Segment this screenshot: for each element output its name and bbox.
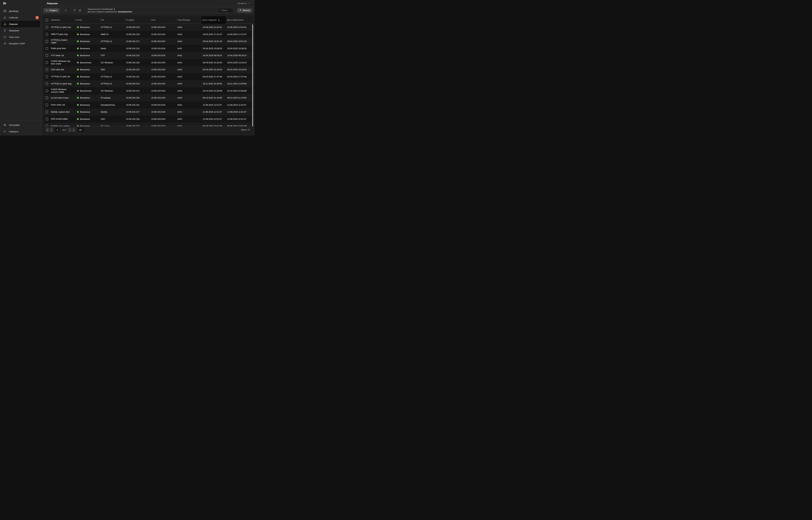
created-date: 24.10.2024 10:28:06 (201, 89, 226, 92)
column-header-network[interactable]: Сеть (150, 16, 176, 24)
created-date: 29.04.2025 16:51:33 (201, 40, 226, 43)
column-header-ip[interactable]: IP-адрес (125, 16, 150, 24)
profile-menu[interactable]: Профиль (237, 2, 250, 5)
search-box[interactable] (217, 8, 233, 12)
table-row[interactable]: SSH orchid rabbitВключенаSSH10.99.103.22… (44, 115, 254, 123)
column-label: Название (51, 19, 60, 21)
column-header-created[interactable]: Дата создания (201, 16, 226, 24)
row-checkbox[interactable] (46, 125, 48, 126)
sidebar-item-deceptive-ldap[interactable]: Deceptive LDAP (1, 40, 40, 47)
create-button[interactable]: Создать (43, 8, 59, 12)
vertical-scrollbar[interactable] (252, 24, 253, 126)
trap-ip: 10.99.103.245 (125, 97, 150, 99)
status-dot-icon (77, 41, 79, 42)
updated-date: 25.04.2025 15:08:35 (226, 47, 254, 50)
table-row[interactable]: Redis grey bearВключенаRedis10.99.103.21… (44, 45, 254, 52)
updated-date: 14.04.2025 09:29:10 (226, 54, 254, 57)
first-page-button[interactable]: « (46, 128, 49, 132)
row-checkbox[interactable] (46, 26, 48, 29)
sidebar-item-дашборд[interactable]: Дашборд (1, 8, 40, 14)
row-checkbox[interactable] (46, 89, 48, 92)
column-header-name[interactable]: Название (50, 16, 74, 24)
trap-network: 10.99.103.0/24 (150, 47, 176, 50)
row-checkbox[interactable] (46, 33, 48, 36)
row-checkbox[interactable] (46, 68, 48, 71)
arrow-left-icon (3, 130, 6, 133)
row-checkbox[interactable] (46, 97, 48, 99)
column-header-status[interactable]: Статус (74, 16, 99, 24)
table-row[interactable]: FullOS Windows maroon rabbitВыключенаОС … (44, 87, 254, 95)
status-label: Включена (80, 40, 90, 43)
table-row[interactable]: SMB FS grey dogВключенаSMB FS10.99.103.2… (44, 31, 254, 38)
sidebar-item-узлы-сети[interactable]: Узлы сети (1, 34, 40, 40)
column-header-type[interactable]: Тип (99, 16, 125, 24)
table-row[interactable]: Ports silver catВключенаDeceptivePorts10… (44, 101, 254, 109)
trap-manager: tm01 (176, 40, 201, 43)
select-all-checkbox[interactable] (46, 19, 48, 21)
table-row[interactable]: HTTP(S) v2 pink cowВключенаHTTP(S) v210.… (44, 24, 254, 31)
trap-manager: tm01 (176, 104, 201, 106)
row-checkbox[interactable] (46, 82, 48, 85)
trap-network: 10.99.103.0/24 (150, 33, 176, 35)
trap-type: DeceptivePorts (99, 104, 125, 106)
row-checkbox[interactable] (46, 104, 48, 106)
column-header-tm[interactable]: Trap Manager (176, 16, 201, 24)
row-checkbox[interactable] (46, 40, 48, 43)
status-label: Выключена (80, 61, 91, 64)
table-row[interactable]: FullOS Linux yellowВключенаОС Linux10.99… (44, 123, 254, 126)
row-checkbox[interactable] (46, 61, 48, 64)
trap-network: 10.99.103.0/24 (150, 104, 176, 106)
sidebar-item-label: События (9, 17, 18, 19)
brand-logo: R· (0, 0, 41, 7)
updated-date: 09.10.2024 11:14:59 (226, 97, 254, 99)
prev-page-button[interactable]: ‹ (50, 128, 53, 132)
trap-type: SMB FS (99, 33, 125, 35)
row-checkbox[interactable] (46, 54, 48, 57)
deploy-host-button[interactable] (78, 9, 81, 12)
trap-name: HTTP(S) v2 pink cow (50, 26, 74, 29)
column-header-updated[interactable]: Дата обновления (226, 16, 254, 24)
trap-network: 10.99.103.0/24 (150, 26, 176, 28)
assign-user-button[interactable] (73, 9, 76, 12)
table-row[interactable]: SSH olive fishВключенаSSH10.99.103.21510… (44, 66, 254, 73)
status-label: Включена (80, 125, 90, 126)
alert-triangle-icon (3, 16, 6, 19)
sidebar-item-ловушки[interactable]: Ловушки (1, 21, 40, 27)
toolbar-separator (61, 8, 61, 12)
dashboard-icon (3, 9, 6, 12)
status-label: Включена (80, 26, 90, 28)
next-page-button[interactable]: › (68, 128, 72, 132)
delete-button[interactable] (64, 9, 68, 12)
trap-type: HTTP(S) v2 (99, 76, 125, 78)
events-count-badge: 1 (35, 16, 39, 19)
trap-manager: tm01 (176, 61, 201, 64)
table-row[interactable]: MySQL salmon birdВключенаMySQL10.99.103.… (44, 108, 254, 115)
page-number-input[interactable] (55, 127, 60, 133)
sidebar-item-события[interactable]: События1 (1, 14, 40, 21)
trap-manager-count: 1 (114, 8, 115, 10)
page-size-select[interactable]: 20 (77, 127, 85, 133)
table-row[interactable]: HTTP(S) v2 pink catВключенаHTTP(S) v210.… (44, 73, 254, 80)
table-row[interactable]: Ip Cam blue insectВключенаIP-камера10.99… (44, 94, 254, 101)
table-row[interactable]: HTTP(S) v2 plum dogВключенаHTTP(S) v210.… (44, 80, 254, 87)
table-row[interactable]: FTP white catВключенаFTP10.99.103.21010.… (44, 52, 254, 59)
filter-button[interactable]: Фильтр (237, 8, 252, 12)
hook-icon (3, 22, 6, 26)
app-window: R· ДашбордСобытия1ЛовушкиПриманкиУзлы се… (0, 0, 255, 135)
search-input[interactable] (221, 9, 232, 12)
row-checkbox[interactable] (46, 47, 48, 50)
table-row[interactable]: HTTP(S) v2 plum rabbitВключенаHTTP(S) v2… (44, 38, 254, 45)
created-date: 14.04.2025 09:29:10 (201, 54, 226, 57)
trap-ip: 10.99.103.215 (125, 68, 150, 71)
row-checkbox[interactable] (46, 75, 48, 78)
last-page-button[interactable]: » (72, 128, 76, 132)
sidebar-item-настройки[interactable]: Настройки (1, 122, 40, 128)
row-checkbox[interactable] (46, 110, 48, 113)
sidebar-item-приманки[interactable]: Приманки (1, 27, 40, 34)
trap-ip: 10.99.103.213 (125, 47, 150, 50)
select-all-header[interactable] (44, 16, 50, 24)
sidebar-item-свернуть[interactable]: Свернуть (1, 128, 40, 135)
row-checkbox[interactable] (46, 118, 48, 121)
monitor-icon (3, 35, 6, 38)
table-row[interactable]: FullOS Windows sky blue snakeВыключенаОС… (44, 59, 254, 66)
